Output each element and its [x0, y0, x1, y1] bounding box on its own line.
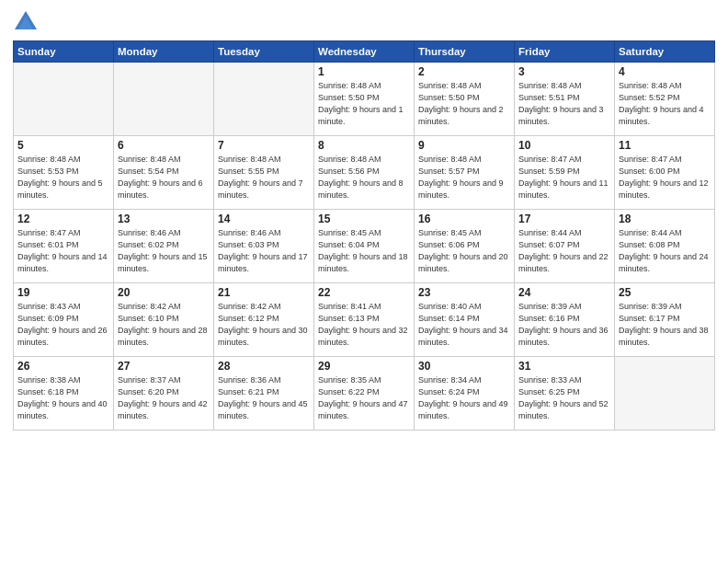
- day-cell: [114, 63, 214, 136]
- day-cell: [214, 63, 314, 136]
- week-row-1: 1Sunrise: 8:48 AM Sunset: 5:50 PM Daylig…: [14, 63, 715, 136]
- day-cell: 30Sunrise: 8:34 AM Sunset: 6:24 PM Dayli…: [415, 357, 515, 431]
- day-info: Sunrise: 8:36 AM Sunset: 6:21 PM Dayligh…: [218, 374, 310, 422]
- day-info: Sunrise: 8:46 AM Sunset: 6:03 PM Dayligh…: [218, 227, 310, 275]
- day-cell: 31Sunrise: 8:33 AM Sunset: 6:25 PM Dayli…: [515, 357, 615, 431]
- day-info: Sunrise: 8:48 AM Sunset: 5:54 PM Dayligh…: [118, 154, 210, 201]
- day-number: 6: [118, 139, 210, 152]
- day-number: 25: [619, 286, 711, 299]
- day-cell: 11Sunrise: 8:47 AM Sunset: 6:00 PM Dayli…: [615, 136, 715, 210]
- day-number: 3: [518, 65, 610, 78]
- day-cell: 26Sunrise: 8:38 AM Sunset: 6:18 PM Dayli…: [14, 357, 114, 431]
- day-cell: 3Sunrise: 8:48 AM Sunset: 5:51 PM Daylig…: [515, 63, 615, 136]
- week-row-5: 26Sunrise: 8:38 AM Sunset: 6:18 PM Dayli…: [14, 357, 715, 431]
- day-number: 23: [418, 286, 510, 299]
- day-number: 20: [118, 286, 210, 299]
- day-number: 11: [619, 139, 711, 152]
- day-cell: 10Sunrise: 8:47 AM Sunset: 5:59 PM Dayli…: [515, 136, 615, 210]
- day-cell: 8Sunrise: 8:48 AM Sunset: 5:56 PM Daylig…: [314, 136, 415, 210]
- day-number: 31: [518, 360, 610, 373]
- day-cell: 28Sunrise: 8:36 AM Sunset: 6:21 PM Dayli…: [214, 357, 314, 431]
- day-info: Sunrise: 8:43 AM Sunset: 6:09 PM Dayligh…: [17, 301, 109, 349]
- day-info: Sunrise: 8:37 AM Sunset: 6:20 PM Dayligh…: [118, 374, 210, 422]
- day-cell: 20Sunrise: 8:42 AM Sunset: 6:10 PM Dayli…: [114, 283, 214, 357]
- day-info: Sunrise: 8:39 AM Sunset: 6:16 PM Dayligh…: [518, 301, 610, 349]
- day-number: 18: [619, 213, 711, 225]
- day-cell: [14, 63, 114, 136]
- weekday-header-sunday: Sunday: [14, 41, 114, 63]
- day-info: Sunrise: 8:42 AM Sunset: 6:12 PM Dayligh…: [218, 301, 310, 349]
- day-cell: 5Sunrise: 8:48 AM Sunset: 5:53 PM Daylig…: [14, 136, 114, 210]
- day-info: Sunrise: 8:48 AM Sunset: 5:56 PM Dayligh…: [318, 154, 410, 201]
- weekday-header-monday: Monday: [114, 41, 214, 63]
- day-cell: 17Sunrise: 8:44 AM Sunset: 6:07 PM Dayli…: [515, 210, 615, 283]
- day-info: Sunrise: 8:41 AM Sunset: 6:13 PM Dayligh…: [318, 301, 410, 349]
- day-number: 16: [418, 213, 510, 225]
- day-number: 1: [318, 65, 410, 78]
- day-info: Sunrise: 8:35 AM Sunset: 6:22 PM Dayligh…: [318, 374, 410, 422]
- header: [13, 9, 715, 35]
- day-number: 29: [318, 360, 410, 373]
- weekday-header-tuesday: Tuesday: [214, 41, 314, 63]
- day-number: 15: [318, 213, 410, 225]
- day-info: Sunrise: 8:48 AM Sunset: 5:57 PM Dayligh…: [418, 154, 510, 201]
- day-number: 21: [218, 286, 310, 299]
- day-cell: 13Sunrise: 8:46 AM Sunset: 6:02 PM Dayli…: [114, 210, 214, 283]
- day-info: Sunrise: 8:45 AM Sunset: 6:06 PM Dayligh…: [418, 227, 510, 275]
- day-cell: 7Sunrise: 8:48 AM Sunset: 5:55 PM Daylig…: [214, 136, 314, 210]
- day-cell: 18Sunrise: 8:44 AM Sunset: 6:08 PM Dayli…: [615, 210, 715, 283]
- day-cell: 14Sunrise: 8:46 AM Sunset: 6:03 PM Dayli…: [214, 210, 314, 283]
- day-cell: 23Sunrise: 8:40 AM Sunset: 6:14 PM Dayli…: [415, 283, 515, 357]
- day-number: 26: [17, 360, 109, 373]
- day-cell: 9Sunrise: 8:48 AM Sunset: 5:57 PM Daylig…: [415, 136, 515, 210]
- logo-icon: [13, 9, 39, 35]
- day-cell: 6Sunrise: 8:48 AM Sunset: 5:54 PM Daylig…: [114, 136, 214, 210]
- day-number: 5: [17, 139, 109, 152]
- week-row-3: 12Sunrise: 8:47 AM Sunset: 6:01 PM Dayli…: [14, 210, 715, 283]
- day-number: 22: [318, 286, 410, 299]
- day-number: 10: [518, 139, 610, 152]
- day-cell: 19Sunrise: 8:43 AM Sunset: 6:09 PM Dayli…: [14, 283, 114, 357]
- day-info: Sunrise: 8:44 AM Sunset: 6:07 PM Dayligh…: [518, 227, 610, 275]
- day-number: 9: [418, 139, 510, 152]
- day-cell: 24Sunrise: 8:39 AM Sunset: 6:16 PM Dayli…: [515, 283, 615, 357]
- day-number: 28: [218, 360, 310, 373]
- day-cell: 29Sunrise: 8:35 AM Sunset: 6:22 PM Dayli…: [314, 357, 415, 431]
- day-cell: 1Sunrise: 8:48 AM Sunset: 5:50 PM Daylig…: [314, 63, 415, 136]
- day-number: 7: [218, 139, 310, 152]
- day-number: 14: [218, 213, 310, 225]
- weekday-header-saturday: Saturday: [615, 41, 715, 63]
- day-number: 30: [418, 360, 510, 373]
- day-number: 19: [17, 286, 109, 299]
- day-info: Sunrise: 8:45 AM Sunset: 6:04 PM Dayligh…: [318, 227, 410, 275]
- day-number: 12: [17, 213, 109, 225]
- weekday-header-wednesday: Wednesday: [314, 41, 415, 63]
- day-info: Sunrise: 8:40 AM Sunset: 6:14 PM Dayligh…: [418, 301, 510, 349]
- day-number: 24: [518, 286, 610, 299]
- day-number: 27: [118, 360, 210, 373]
- day-info: Sunrise: 8:48 AM Sunset: 5:53 PM Dayligh…: [17, 154, 109, 201]
- day-cell: 27Sunrise: 8:37 AM Sunset: 6:20 PM Dayli…: [114, 357, 214, 431]
- day-info: Sunrise: 8:42 AM Sunset: 6:10 PM Dayligh…: [118, 301, 210, 349]
- day-info: Sunrise: 8:48 AM Sunset: 5:50 PM Dayligh…: [318, 80, 410, 128]
- day-info: Sunrise: 8:47 AM Sunset: 6:00 PM Dayligh…: [619, 154, 711, 201]
- day-info: Sunrise: 8:33 AM Sunset: 6:25 PM Dayligh…: [518, 374, 610, 422]
- day-cell: 22Sunrise: 8:41 AM Sunset: 6:13 PM Dayli…: [314, 283, 415, 357]
- day-info: Sunrise: 8:38 AM Sunset: 6:18 PM Dayligh…: [17, 374, 109, 422]
- logo: [13, 9, 42, 35]
- weekday-header-friday: Friday: [515, 41, 615, 63]
- day-info: Sunrise: 8:48 AM Sunset: 5:50 PM Dayligh…: [418, 80, 510, 128]
- page: SundayMondayTuesdayWednesdayThursdayFrid…: [0, 0, 728, 563]
- weekday-header-thursday: Thursday: [415, 41, 515, 63]
- week-row-2: 5Sunrise: 8:48 AM Sunset: 5:53 PM Daylig…: [14, 136, 715, 210]
- day-number: 17: [518, 213, 610, 225]
- day-info: Sunrise: 8:39 AM Sunset: 6:17 PM Dayligh…: [619, 301, 711, 349]
- day-info: Sunrise: 8:34 AM Sunset: 6:24 PM Dayligh…: [418, 374, 510, 422]
- day-cell: [615, 357, 715, 431]
- day-info: Sunrise: 8:48 AM Sunset: 5:55 PM Dayligh…: [218, 154, 310, 201]
- day-cell: 21Sunrise: 8:42 AM Sunset: 6:12 PM Dayli…: [214, 283, 314, 357]
- day-info: Sunrise: 8:48 AM Sunset: 5:51 PM Dayligh…: [518, 80, 610, 128]
- day-info: Sunrise: 8:46 AM Sunset: 6:02 PM Dayligh…: [118, 227, 210, 275]
- day-number: 13: [118, 213, 210, 225]
- day-info: Sunrise: 8:47 AM Sunset: 5:59 PM Dayligh…: [518, 154, 610, 201]
